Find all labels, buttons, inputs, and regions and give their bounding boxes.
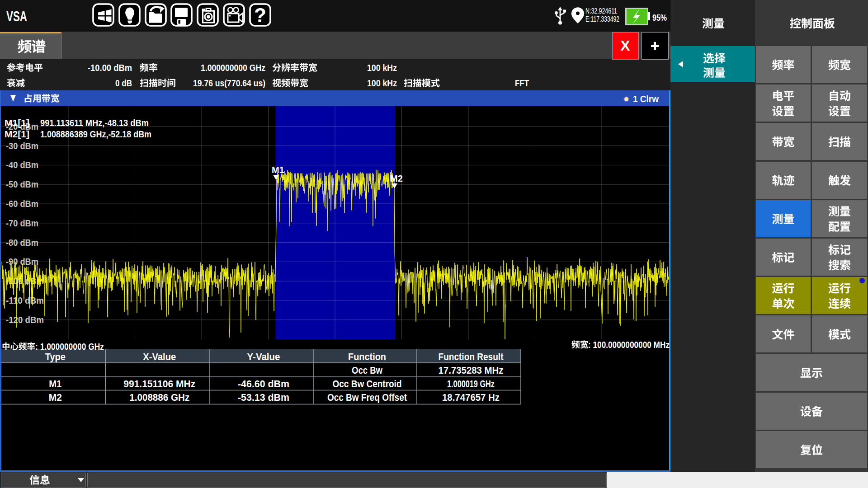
svg-text:: 100.0000000000 MHz: : 100.0000000000 MHz	[588, 339, 670, 350]
svg-text:X: X	[620, 38, 630, 54]
svg-text:-53.13 dBm: -53.13 dBm	[238, 392, 289, 403]
svg-text:18.747657 Hz: 18.747657 Hz	[442, 392, 500, 403]
svg-text:M2: M2	[49, 392, 62, 403]
svg-text:991.151106 MHz: 991.151106 MHz	[123, 378, 195, 389]
svg-text:19.76 us(770.64 us): 19.76 us(770.64 us)	[193, 78, 265, 88]
svg-text:E:117.333492: E:117.333492	[585, 15, 619, 23]
svg-text:1 Clrw: 1 Clrw	[633, 94, 659, 104]
svg-text:-46.60 dBm: -46.60 dBm	[238, 378, 289, 389]
svg-text:1.000019 GHz: 1.000019 GHz	[447, 378, 495, 389]
svg-text:17.735283 MHz: 17.735283 MHz	[439, 365, 504, 376]
svg-text:Function Result: Function Result	[439, 351, 504, 362]
svg-text:100 kHz: 100 kHz	[367, 62, 397, 73]
svg-text:Y-Value: Y-Value	[247, 351, 280, 362]
svg-text:N:32.924611: N:32.924611	[585, 7, 617, 15]
svg-text:-10.00 dBm: -10.00 dBm	[88, 62, 132, 73]
svg-text:Occ Bw Centroid: Occ Bw Centroid	[333, 378, 402, 389]
svg-text:1.008886 GHz: 1.008886 GHz	[129, 392, 189, 403]
svg-text:: 1.000000000 GHz: : 1.000000000 GHz	[35, 341, 104, 352]
svg-text:Occ Bw: Occ Bw	[352, 365, 383, 376]
svg-text:M1: M1	[49, 378, 61, 389]
svg-text:100 kHz: 100 kHz	[367, 78, 397, 88]
svg-text:Function: Function	[348, 351, 386, 362]
svg-text:0 dB: 0 dB	[115, 78, 132, 88]
svg-text:VSA: VSA	[6, 8, 27, 24]
svg-text:Occ Bw Freq Offset: Occ Bw Freq Offset	[327, 392, 407, 403]
svg-text:Type: Type	[45, 351, 66, 362]
svg-text:X-Value: X-Value	[143, 351, 176, 362]
svg-text:FFT: FFT	[515, 78, 529, 88]
svg-text:95%: 95%	[652, 12, 667, 23]
svg-text:1.000000000 GHz: 1.000000000 GHz	[201, 62, 265, 73]
